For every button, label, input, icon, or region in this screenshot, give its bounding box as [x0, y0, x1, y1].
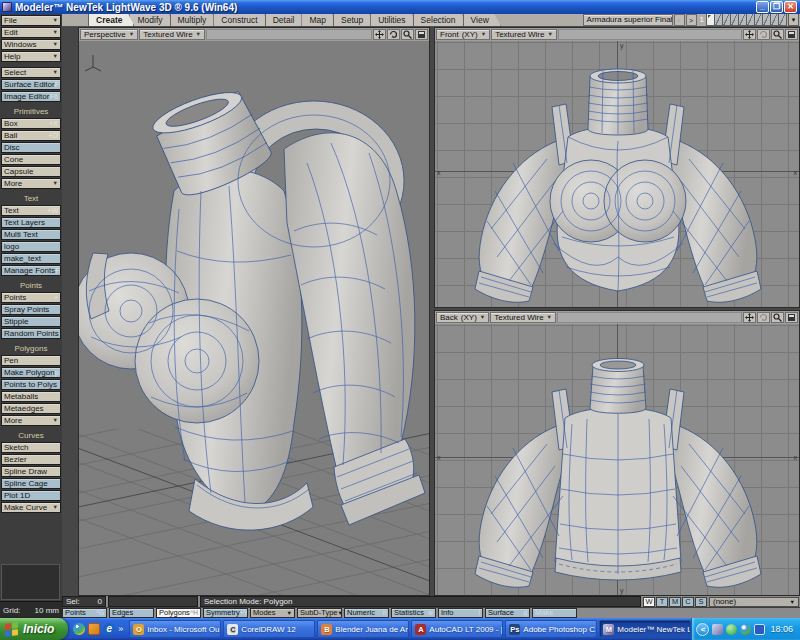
text-tool-button[interactable]: Text+W [1, 205, 61, 216]
cone-tool-button[interactable]: Cone [1, 154, 61, 165]
make-text-button[interactable]: make_text [1, 253, 61, 264]
edges-mode-button[interactable]: Edges [109, 608, 154, 618]
tab-multiply[interactable]: Multiply [170, 13, 219, 26]
chrome-icon[interactable] [73, 623, 85, 635]
disc-tool-button[interactable]: Disc [1, 142, 61, 153]
vmap-dropdown[interactable]: (none)▼ [709, 597, 799, 607]
vmap-morph-button[interactable]: M [669, 597, 681, 607]
back-style-dropdown[interactable]: Textured Wire▼ [490, 312, 556, 323]
make-curve-button[interactable]: Make Curve▼ [1, 502, 61, 513]
tab-detail[interactable]: Detail [265, 13, 307, 26]
maximize-viewport-icon[interactable] [785, 312, 798, 323]
rotate-icon[interactable] [757, 312, 770, 323]
statistics-button[interactable]: Statisticsw [391, 608, 436, 618]
zoom-icon[interactable] [771, 29, 784, 40]
polygons-mode-button[interactable]: Polygons^H [156, 608, 201, 618]
points-mode-button[interactable]: Points^G [62, 608, 107, 618]
pan-icon[interactable] [743, 312, 756, 323]
internet-explorer-icon[interactable]: e [103, 623, 115, 635]
primitives-more-button[interactable]: More▼ [1, 178, 61, 189]
logo-button[interactable]: logo [1, 241, 61, 252]
numeric-button[interactable]: Numericn [344, 608, 389, 618]
symmetry-button[interactable]: Symmetry+Y [203, 608, 248, 618]
tray-color-orb-icon[interactable] [740, 624, 751, 635]
box-tool-button[interactable]: Box+X [1, 118, 61, 129]
modes-dropdown[interactable]: Modes▼ [250, 608, 295, 618]
subd-type-dropdown[interactable]: SubD-Type▼ [297, 608, 342, 618]
surface-button[interactable]: Surfaceq [485, 608, 530, 618]
vmap-weight-button[interactable]: W [643, 597, 655, 607]
ball-tool-button[interactable]: Ball+O [1, 130, 61, 141]
pan-icon[interactable] [743, 29, 756, 40]
pan-icon[interactable] [373, 29, 386, 40]
perspective-canvas[interactable] [79, 41, 429, 595]
tray-collapse-icon[interactable]: < [696, 623, 709, 636]
vmap-texture-button[interactable]: T [656, 597, 668, 607]
surface-editor-button[interactable]: Surface EditorF5 [1, 79, 61, 90]
make-polygon-button[interactable]: Make Polygonp [1, 367, 61, 378]
metaedges-button[interactable]: Metaedges [1, 403, 61, 414]
task-blender[interactable]: BBlender Juana de Ar... [317, 620, 409, 638]
file-menu-button[interactable]: File▼ [1, 15, 61, 26]
tray-display-icon[interactable] [754, 624, 765, 635]
points-tool-button[interactable]: Points+ [1, 292, 61, 303]
front-view-dropdown[interactable]: Front(XY)▼ [436, 29, 490, 40]
rotate-icon[interactable] [757, 29, 770, 40]
tab-modify[interactable]: Modify [129, 13, 174, 26]
pen-tool-button[interactable]: Pen [1, 355, 61, 366]
multi-text-button[interactable]: Multi Text [1, 229, 61, 240]
prev-object-button[interactable]: < [674, 14, 685, 26]
capsule-tool-button[interactable]: Capsule [1, 166, 61, 177]
tray-lightwave-icon[interactable] [712, 624, 723, 635]
layer-slot-10[interactable] [778, 13, 787, 26]
task-modeler[interactable]: MModeler™ NewTek Li... [599, 620, 691, 638]
tab-utilities[interactable]: Utilities [370, 13, 417, 26]
info-button[interactable]: Infoi [438, 608, 483, 618]
vmap-color-button[interactable]: C [682, 597, 694, 607]
front-style-dropdown[interactable]: Textured Wire▼ [491, 29, 557, 40]
close-button[interactable]: ✕ [784, 1, 797, 13]
mail-app-icon[interactable] [88, 623, 100, 635]
task-coreldraw[interactable]: CCorelDRAW 12 [223, 620, 315, 638]
tab-construct[interactable]: Construct [213, 13, 269, 26]
polygons-more-button[interactable]: More▼ [1, 415, 61, 426]
rotate-icon[interactable] [387, 29, 400, 40]
task-photoshop[interactable]: PsAdobe Photoshop C... [505, 620, 597, 638]
perspective-view-dropdown[interactable]: Perspective▼ [80, 29, 138, 40]
spline-cage-button[interactable]: Spline Cage [1, 478, 61, 489]
help-menu-button[interactable]: Help▼ [1, 51, 61, 62]
task-outlook[interactable]: OInbox - Microsoft Ou... [129, 620, 221, 638]
tab-create[interactable]: Create [88, 13, 134, 26]
quick-launch-overflow-icon[interactable]: » [118, 624, 123, 634]
perspective-style-dropdown[interactable]: Textured Wire▼ [139, 29, 205, 40]
tab-view[interactable]: View [463, 13, 501, 26]
title-bar[interactable]: Modeler™ NewTek LightWave 3D ® 9.6 (Win6… [0, 0, 800, 14]
back-view-dropdown[interactable]: Back(XY)▼ [436, 312, 489, 323]
select-menu-button[interactable]: Select▼ [1, 67, 61, 78]
tab-setup[interactable]: Setup [333, 13, 375, 26]
plot-1d-button[interactable]: Plot 1D [1, 490, 61, 501]
start-button[interactable]: Inicio [0, 618, 68, 640]
bezier-tool-button[interactable]: Bezier [1, 454, 61, 465]
tab-map[interactable]: Map [301, 13, 338, 26]
next-object-button[interactable]: > [686, 14, 697, 26]
layer-slot-1[interactable] [706, 13, 715, 26]
text-layers-button[interactable]: Text Layers [1, 217, 61, 228]
object-selector-dropdown[interactable]: Armadura superior Final...▼ [583, 14, 673, 26]
back-canvas[interactable]: y x x [435, 324, 799, 595]
tab-selection[interactable]: Selection [413, 13, 468, 26]
metaballs-button[interactable]: Metaballs [1, 391, 61, 402]
front-canvas[interactable]: y x x [435, 41, 799, 307]
image-editor-button[interactable]: Image EditorF6 [1, 91, 61, 102]
layer-bank-dropdown[interactable]: ▼ [788, 13, 799, 26]
edit-menu-button[interactable]: Edit▼ [1, 27, 61, 38]
sketch-tool-button[interactable]: Sketch [1, 442, 61, 453]
manage-fonts-button[interactable]: Manage FontsF10 [1, 265, 61, 276]
minimize-button[interactable]: _ [756, 1, 769, 13]
vmap-selection-button[interactable]: S [695, 597, 707, 607]
spray-points-button[interactable]: Spray Points [1, 304, 61, 315]
zoom-icon[interactable] [771, 312, 784, 323]
maximize-viewport-icon[interactable] [415, 29, 428, 40]
tray-green-status-icon[interactable] [726, 624, 737, 635]
zoom-icon[interactable] [401, 29, 414, 40]
